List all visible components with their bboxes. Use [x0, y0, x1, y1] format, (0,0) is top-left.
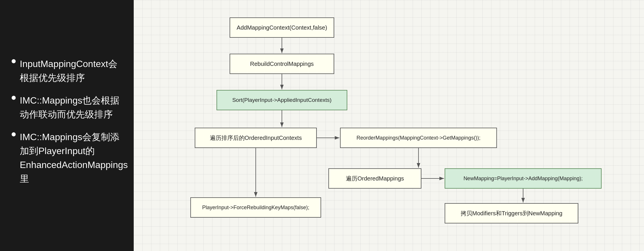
- flow-box-9: PlayerInput->ForceRebuildingKeyMaps(fals…: [190, 197, 321, 218]
- bullet-item-1: InputMappingContext会根据优先级排序: [12, 57, 122, 85]
- flow-box-2: RebuildControlMappings: [230, 54, 334, 74]
- flow-box-8: 拷贝Modifiers和Triggers到NewMapping: [445, 203, 578, 223]
- bullet-dot-2: [12, 96, 16, 100]
- flow-box-3: Sort(PlayerInput->AppliedInputContexts): [217, 90, 347, 110]
- bullet-dot-3: [12, 132, 16, 136]
- flow-box-4: 遍历排序后的OrderedInputContexts: [195, 128, 317, 148]
- flow-box-5: ReorderMappings(MappingContext->GetMappi…: [340, 128, 497, 148]
- bullet-text-1: InputMappingContext会根据优先级排序: [20, 57, 122, 85]
- flow-box-6: 遍历OrderedMappings: [328, 168, 421, 189]
- flow-box-1: AddMappingContext(Context,false): [230, 17, 334, 38]
- flowchart: AddMappingContext(Context,false) Rebuild…: [142, 12, 631, 238]
- bullet-dot-1: [12, 59, 16, 63]
- bullet-item-2: IMC::Mappings也会根据动作联动而优先级排序: [12, 93, 122, 121]
- bullet-text-3: IMC::Mappings会复制添加到PlayerInput的EnhancedA…: [20, 130, 128, 186]
- right-panel: AddMappingContext(Context,false) Rebuild…: [134, 0, 644, 251]
- left-panel: InputMappingContext会根据优先级排序 IMC::Mapping…: [0, 0, 134, 251]
- bullet-text-2: IMC::Mappings也会根据动作联动而优先级排序: [20, 93, 122, 121]
- flow-box-7: NewMapping=PlayerInput->AddMapping(Mappi…: [445, 168, 602, 189]
- bullet-item-3: IMC::Mappings会复制添加到PlayerInput的EnhancedA…: [12, 130, 122, 186]
